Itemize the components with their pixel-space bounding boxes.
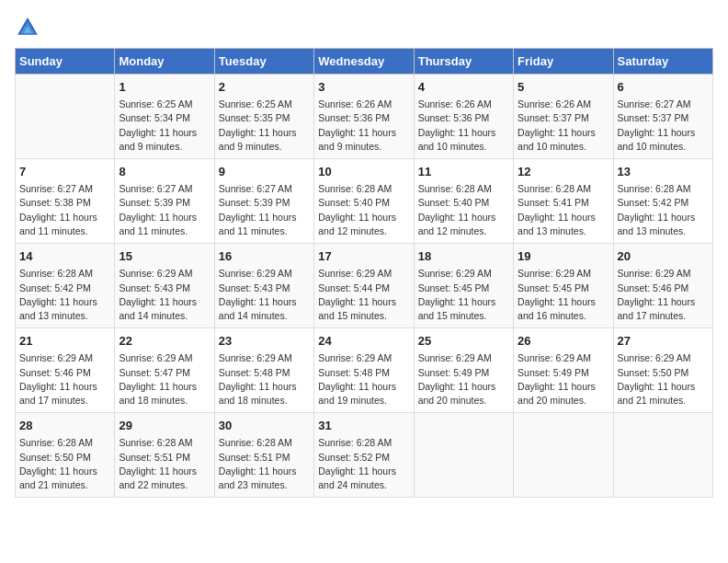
calendar-cell: 10Sunrise: 6:28 AM Sunset: 5:40 PM Dayli… [314,159,414,244]
logo-icon [15,15,40,40]
day-info: Sunrise: 6:26 AM Sunset: 5:36 PM Dayligh… [418,98,509,154]
calendar-week-row: 7Sunrise: 6:27 AM Sunset: 5:38 PM Daylig… [16,159,713,244]
day-info: Sunrise: 6:25 AM Sunset: 5:34 PM Dayligh… [119,98,210,154]
day-number: 11 [418,164,509,180]
calendar-cell: 9Sunrise: 6:27 AM Sunset: 5:39 PM Daylig… [214,159,313,244]
day-info: Sunrise: 6:29 AM Sunset: 5:45 PM Dayligh… [518,267,609,323]
day-info: Sunrise: 6:27 AM Sunset: 5:37 PM Dayligh… [618,98,709,154]
day-number: 25 [418,333,509,350]
day-number: 14 [19,248,110,265]
day-info: Sunrise: 6:29 AM Sunset: 5:46 PM Dayligh… [618,267,709,323]
day-number: 18 [418,248,509,265]
day-info: Sunrise: 6:29 AM Sunset: 5:45 PM Dayligh… [418,267,509,323]
calendar-cell: 22Sunrise: 6:29 AM Sunset: 5:47 PM Dayli… [115,328,214,413]
day-number: 7 [19,164,110,180]
calendar-cell: 28Sunrise: 6:28 AM Sunset: 5:50 PM Dayli… [16,413,115,498]
weekday-header-tuesday: Tuesday [214,49,313,75]
weekday-header-row: SundayMondayTuesdayWednesdayThursdayFrid… [16,49,713,75]
calendar-cell: 13Sunrise: 6:28 AM Sunset: 5:42 PM Dayli… [613,159,712,244]
day-info: Sunrise: 6:28 AM Sunset: 5:51 PM Dayligh… [119,436,210,492]
day-info: Sunrise: 6:27 AM Sunset: 5:39 PM Dayligh… [119,182,210,238]
calendar-cell: 14Sunrise: 6:28 AM Sunset: 5:42 PM Dayli… [16,244,115,328]
day-info: Sunrise: 6:27 AM Sunset: 5:39 PM Dayligh… [219,182,310,238]
calendar-cell: 5Sunrise: 6:26 AM Sunset: 5:37 PM Daylig… [514,75,613,159]
calendar-cell: 3Sunrise: 6:26 AM Sunset: 5:36 PM Daylig… [314,75,414,159]
day-number: 27 [618,333,709,350]
day-number: 12 [518,164,609,180]
day-number: 19 [518,248,609,265]
calendar-cell: 6Sunrise: 6:27 AM Sunset: 5:37 PM Daylig… [613,75,712,159]
day-info: Sunrise: 6:29 AM Sunset: 5:43 PM Dayligh… [119,267,210,323]
page-header [15,15,713,40]
calendar-cell: 31Sunrise: 6:28 AM Sunset: 5:52 PM Dayli… [314,413,414,498]
calendar-table: SundayMondayTuesdayWednesdayThursdayFrid… [15,48,713,498]
day-info: Sunrise: 6:29 AM Sunset: 5:48 PM Dayligh… [219,351,310,408]
day-number: 6 [618,79,709,96]
weekday-header-thursday: Thursday [414,49,513,75]
calendar-cell: 12Sunrise: 6:28 AM Sunset: 5:41 PM Dayli… [514,159,613,244]
calendar-cell: 8Sunrise: 6:27 AM Sunset: 5:39 PM Daylig… [115,159,214,244]
calendar-cell: 4Sunrise: 6:26 AM Sunset: 5:36 PM Daylig… [414,75,513,159]
calendar-cell [514,413,613,498]
calendar-cell: 19Sunrise: 6:29 AM Sunset: 5:45 PM Dayli… [514,244,613,328]
day-info: Sunrise: 6:28 AM Sunset: 5:42 PM Dayligh… [618,182,709,238]
day-number: 8 [119,164,210,180]
day-number: 4 [418,79,509,96]
day-info: Sunrise: 6:29 AM Sunset: 5:43 PM Dayligh… [219,267,310,323]
calendar-week-row: 28Sunrise: 6:28 AM Sunset: 5:50 PM Dayli… [16,413,713,498]
day-info: Sunrise: 6:29 AM Sunset: 5:49 PM Dayligh… [518,351,609,408]
calendar-cell: 25Sunrise: 6:29 AM Sunset: 5:49 PM Dayli… [414,328,513,413]
day-number: 2 [219,79,310,96]
day-number: 9 [219,164,310,180]
day-number: 13 [618,164,709,180]
weekday-header-monday: Monday [115,49,214,75]
day-number: 23 [219,333,310,350]
day-info: Sunrise: 6:28 AM Sunset: 5:50 PM Dayligh… [19,436,110,492]
day-number: 30 [219,418,310,434]
day-number: 15 [119,248,210,265]
calendar-cell: 26Sunrise: 6:29 AM Sunset: 5:49 PM Dayli… [514,328,613,413]
day-info: Sunrise: 6:29 AM Sunset: 5:44 PM Dayligh… [318,267,409,323]
day-number: 24 [318,333,409,350]
day-number: 29 [119,418,210,434]
calendar-cell [613,413,712,498]
day-number: 1 [119,79,210,96]
calendar-cell: 17Sunrise: 6:29 AM Sunset: 5:44 PM Dayli… [314,244,414,328]
day-info: Sunrise: 6:28 AM Sunset: 5:42 PM Dayligh… [19,267,110,323]
calendar-cell: 7Sunrise: 6:27 AM Sunset: 5:38 PM Daylig… [16,159,115,244]
day-info: Sunrise: 6:27 AM Sunset: 5:38 PM Dayligh… [19,182,110,238]
day-number: 10 [318,164,409,180]
calendar-cell: 15Sunrise: 6:29 AM Sunset: 5:43 PM Dayli… [115,244,214,328]
day-info: Sunrise: 6:28 AM Sunset: 5:41 PM Dayligh… [518,182,609,238]
day-info: Sunrise: 6:29 AM Sunset: 5:46 PM Dayligh… [19,351,110,408]
day-number: 5 [518,79,609,96]
calendar-cell: 20Sunrise: 6:29 AM Sunset: 5:46 PM Dayli… [613,244,712,328]
calendar-week-row: 21Sunrise: 6:29 AM Sunset: 5:46 PM Dayli… [16,328,713,413]
day-number: 21 [19,333,110,350]
day-info: Sunrise: 6:28 AM Sunset: 5:51 PM Dayligh… [219,436,310,492]
calendar-cell: 23Sunrise: 6:29 AM Sunset: 5:48 PM Dayli… [214,328,313,413]
calendar-week-row: 14Sunrise: 6:28 AM Sunset: 5:42 PM Dayli… [16,244,713,328]
day-number: 31 [318,418,409,434]
logo [15,15,44,40]
calendar-week-row: 1Sunrise: 6:25 AM Sunset: 5:34 PM Daylig… [16,75,713,159]
day-number: 16 [219,248,310,265]
calendar-cell [414,413,513,498]
day-info: Sunrise: 6:26 AM Sunset: 5:37 PM Dayligh… [518,98,609,154]
weekday-header-friday: Friday [514,49,613,75]
day-info: Sunrise: 6:29 AM Sunset: 5:50 PM Dayligh… [618,351,709,408]
day-info: Sunrise: 6:29 AM Sunset: 5:48 PM Dayligh… [318,351,409,408]
calendar-cell: 1Sunrise: 6:25 AM Sunset: 5:34 PM Daylig… [115,75,214,159]
day-info: Sunrise: 6:29 AM Sunset: 5:47 PM Dayligh… [119,351,210,408]
calendar-cell: 2Sunrise: 6:25 AM Sunset: 5:35 PM Daylig… [214,75,313,159]
calendar-cell: 21Sunrise: 6:29 AM Sunset: 5:46 PM Dayli… [16,328,115,413]
day-info: Sunrise: 6:28 AM Sunset: 5:40 PM Dayligh… [318,182,409,238]
calendar-cell: 27Sunrise: 6:29 AM Sunset: 5:50 PM Dayli… [613,328,712,413]
day-info: Sunrise: 6:29 AM Sunset: 5:49 PM Dayligh… [418,351,509,408]
day-info: Sunrise: 6:28 AM Sunset: 5:40 PM Dayligh… [418,182,509,238]
day-number: 26 [518,333,609,350]
day-number: 20 [618,248,709,265]
calendar-cell [16,75,115,159]
day-info: Sunrise: 6:28 AM Sunset: 5:52 PM Dayligh… [318,436,409,492]
calendar-cell: 30Sunrise: 6:28 AM Sunset: 5:51 PM Dayli… [214,413,313,498]
